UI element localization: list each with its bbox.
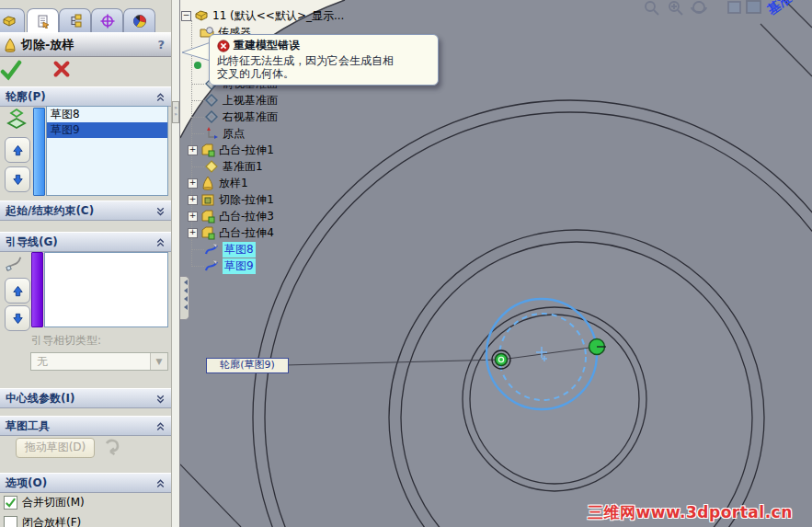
tree-item-row[interactable]: +凸台-拉伸1 bbox=[188, 142, 274, 158]
plane-icon bbox=[204, 109, 219, 124]
manager-tabs bbox=[0, 8, 171, 31]
panel-scrollbar[interactable] bbox=[171, 0, 180, 527]
collapse-box[interactable]: − bbox=[181, 11, 191, 21]
part-icon bbox=[194, 8, 209, 23]
origin-icon bbox=[204, 126, 219, 141]
profile-callout: 轮廓(草图9) bbox=[206, 358, 289, 373]
expand-box[interactable]: + bbox=[188, 145, 198, 155]
merge-faces-label: 合并切面(M) bbox=[22, 495, 85, 510]
ok-button[interactable] bbox=[0, 59, 22, 81]
expand-box[interactable]: + bbox=[188, 212, 198, 222]
merge-faces-checkbox[interactable] bbox=[4, 496, 17, 510]
tree-item-row[interactable]: 基准面1 bbox=[191, 158, 263, 175]
down-arrow-icon bbox=[11, 173, 25, 187]
loft-profiles-icon bbox=[6, 108, 28, 130]
tree-item-row[interactable]: +凸台-拉伸3 bbox=[188, 208, 274, 224]
cancel-button[interactable] bbox=[51, 59, 72, 79]
section-startend-header[interactable]: 起始/结束约束(C) bbox=[0, 200, 171, 221]
tree-item-row[interactable]: 原点 bbox=[191, 125, 245, 142]
expand-chevron-icon bbox=[154, 393, 166, 405]
checkmark-icon bbox=[6, 498, 16, 508]
profiles-header-label: 轮廓(P) bbox=[6, 89, 46, 105]
error-icon bbox=[217, 40, 230, 52]
tree-item-row[interactable]: +放样1 bbox=[188, 175, 248, 191]
tree-item-row[interactable]: 右视基准面 bbox=[191, 109, 278, 125]
collapse-chevron-icon bbox=[154, 236, 166, 248]
feature-titlebar: 切除-放样 ? bbox=[0, 32, 171, 57]
section-sketchtools-header[interactable]: 草图工具 bbox=[0, 416, 171, 436]
tree-item-row[interactable]: 草图9 bbox=[191, 258, 256, 274]
tooltip-title: 重建模型错误 bbox=[234, 38, 300, 53]
close-loft-label: 闭合放样(F) bbox=[22, 515, 81, 527]
profiles-listbox[interactable]: 草图8 草图9 bbox=[46, 106, 168, 196]
expand-box[interactable]: + bbox=[188, 228, 198, 238]
section-centerline-header[interactable]: 中心线参数(I) bbox=[0, 388, 171, 408]
expand-box[interactable]: + bbox=[188, 178, 198, 189]
drag-sketch-button[interactable]: 拖动草图(D) bbox=[16, 438, 95, 458]
tree-item-row[interactable]: +切除-拉伸1 bbox=[188, 191, 274, 208]
tree-item-row[interactable]: +凸台-拉伸4 bbox=[188, 224, 274, 241]
expand-box[interactable]: + bbox=[188, 195, 198, 205]
tab-dimxpert[interactable] bbox=[91, 8, 123, 32]
property-manager-panel: 切除-放样 ? 轮廓(P) 草图8 草图9 起始/结束约束(C) 引导线(G) bbox=[0, 0, 171, 527]
guide-tangency-label: 引导相切类型: bbox=[31, 333, 101, 349]
sketch-icon bbox=[204, 242, 219, 257]
profile-list-item[interactable]: 草图8 bbox=[47, 107, 167, 122]
merge-faces-checkbox-row: 合并切面(M) bbox=[4, 495, 85, 510]
cut-extrude-icon bbox=[200, 192, 215, 207]
move-guide-up-button[interactable] bbox=[5, 278, 30, 304]
startend-header-label: 起始/结束约束(C) bbox=[6, 203, 94, 219]
loft-icon bbox=[200, 176, 215, 190]
tooltip-body-line2: 交叉的几何体。 bbox=[217, 67, 430, 80]
dropdown-arrow-icon[interactable]: ▼ bbox=[150, 353, 167, 370]
plane-icon bbox=[204, 93, 219, 108]
feature-title: 切除-放样 bbox=[21, 37, 74, 53]
up-arrow-icon bbox=[11, 143, 25, 157]
propertymanager-icon bbox=[36, 14, 51, 29]
move-profile-down-button[interactable] bbox=[5, 166, 30, 192]
tree-root-row[interactable]: − 11 (默认<<默认>_显示... bbox=[181, 7, 344, 24]
move-profile-up-button[interactable] bbox=[5, 137, 30, 163]
loft-connector-start[interactable] bbox=[492, 350, 510, 369]
tooltip-body-line1: 此特征无法生成，因为它会生成自相 bbox=[217, 54, 430, 67]
collapse-chevron-icon bbox=[154, 420, 166, 432]
tab-propertymanager[interactable] bbox=[27, 8, 59, 33]
close-loft-checkbox[interactable] bbox=[4, 516, 17, 527]
boss-extrude-icon bbox=[200, 209, 215, 223]
sketchtools-header-label: 草图工具 bbox=[6, 418, 50, 434]
section-options-header[interactable]: 选项(O) bbox=[0, 473, 171, 493]
tree-root-label: 11 (默认<<默认>_显示... bbox=[212, 8, 344, 24]
boss-extrude-icon bbox=[200, 143, 215, 157]
panel-splitter-handle[interactable] bbox=[180, 276, 189, 320]
close-loft-checkbox-row: 闭合放样(F) bbox=[4, 515, 81, 527]
dimxpert-icon bbox=[100, 14, 115, 29]
profiles-color-bar bbox=[33, 108, 45, 196]
guide-listbox[interactable] bbox=[44, 252, 168, 327]
section-guidecurves-header[interactable]: 引导线(G) bbox=[0, 232, 171, 252]
profile-list-item-selected[interactable]: 草图9 bbox=[47, 122, 167, 138]
undo-icon[interactable] bbox=[101, 436, 123, 458]
section-profiles-header[interactable]: 轮廓(P) bbox=[0, 86, 171, 107]
up-arrow-icon bbox=[11, 284, 25, 298]
guide-curve-icon bbox=[4, 254, 24, 274]
confirm-row bbox=[0, 56, 171, 84]
rebuild-error-tooltip: 重建模型错误 此特征无法生成，因为它会生成自相 交叉的几何体。 bbox=[209, 34, 439, 86]
help-button[interactable]: ? bbox=[157, 38, 165, 52]
move-guide-down-button[interactable] bbox=[5, 305, 30, 331]
boss-extrude-icon bbox=[200, 225, 215, 240]
tab-configurationmanager[interactable] bbox=[59, 8, 91, 32]
tab-displaymanager[interactable] bbox=[123, 8, 155, 32]
displaymanager-icon bbox=[132, 14, 147, 29]
options-header-label: 选项(O) bbox=[6, 475, 47, 491]
tree-item-row[interactable]: 草图8 bbox=[191, 241, 256, 258]
guidecurves-header-label: 引导线(G) bbox=[6, 235, 58, 250]
sketch-icon bbox=[204, 258, 219, 273]
expand-chevron-icon bbox=[154, 205, 166, 217]
collapse-chevron-icon bbox=[154, 91, 166, 103]
tab-featuremanager[interactable] bbox=[0, 8, 25, 32]
centerline-header-label: 中心线参数(I) bbox=[6, 391, 74, 407]
guide-tangency-dropdown[interactable]: 无 ▼ bbox=[30, 352, 168, 371]
graphics-area[interactable]: − 11 (默认<<默认>_显示... 传感器 前视基准面 上视基准面 右视基准… bbox=[180, 0, 812, 527]
panel-collapse-button[interactable]: »» bbox=[172, 101, 179, 123]
tree-item-row[interactable]: 上视基准面 bbox=[191, 92, 278, 109]
